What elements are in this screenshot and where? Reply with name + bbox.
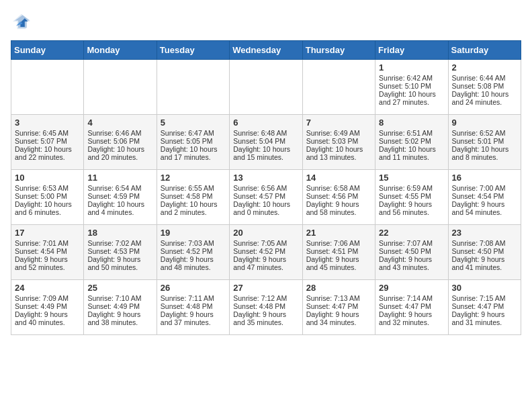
day-info: Sunrise: 6:45 AM [15, 129, 80, 137]
day-number: 18 [87, 228, 152, 238]
day-info: Daylight: 10 hours and 24 minutes. [452, 90, 517, 106]
day-number: 22 [379, 228, 444, 238]
day-number: 25 [87, 283, 152, 293]
page-header [11, 11, 521, 32]
day-info: Sunrise: 6:49 AM [306, 129, 371, 137]
day-info: Sunset: 4:49 PM [15, 302, 80, 310]
calendar-cell: 22Sunrise: 7:07 AMSunset: 4:50 PMDayligh… [375, 225, 448, 280]
day-info: Sunrise: 7:02 AM [87, 239, 152, 247]
day-info: Daylight: 9 hours and 56 minutes. [379, 200, 444, 216]
day-info: Sunrise: 7:05 AM [233, 239, 298, 247]
day-info: Daylight: 10 hours and 27 minutes. [379, 90, 444, 106]
calendar-cell [230, 60, 302, 115]
day-number: 8 [379, 118, 444, 128]
day-info: Sunset: 4:50 PM [452, 247, 517, 255]
day-info: Sunset: 4:52 PM [233, 247, 298, 255]
day-number: 30 [452, 283, 517, 293]
day-info: Sunset: 4:57 PM [233, 192, 298, 200]
day-info: Sunset: 5:06 PM [87, 137, 152, 145]
day-info: Daylight: 10 hours and 20 minutes. [87, 145, 152, 161]
col-header-wednesday: Wednesday [230, 41, 302, 60]
day-info: Sunrise: 6:58 AM [306, 184, 371, 192]
day-number: 3 [15, 118, 80, 128]
day-info: Daylight: 9 hours and 48 minutes. [161, 255, 226, 271]
day-info: Daylight: 9 hours and 41 minutes. [452, 255, 517, 271]
day-info: Sunset: 4:58 PM [161, 192, 226, 200]
day-info: Sunrise: 7:03 AM [161, 239, 226, 247]
day-info: Sunrise: 6:56 AM [233, 184, 298, 192]
day-info: Daylight: 9 hours and 34 minutes. [306, 310, 371, 326]
col-header-monday: Monday [84, 41, 157, 60]
calendar-cell: 14Sunrise: 6:58 AMSunset: 4:56 PMDayligh… [302, 170, 375, 225]
day-info: Sunrise: 6:48 AM [233, 129, 298, 137]
day-info: Sunrise: 7:08 AM [452, 239, 517, 247]
calendar-cell [157, 60, 229, 115]
day-number: 29 [379, 283, 444, 293]
calendar-cell: 3Sunrise: 6:45 AMSunset: 5:07 PMDaylight… [11, 115, 84, 170]
day-number: 14 [306, 173, 371, 183]
day-info: Daylight: 9 hours and 54 minutes. [452, 200, 517, 216]
calendar-cell: 23Sunrise: 7:08 AMSunset: 4:50 PMDayligh… [448, 225, 521, 280]
calendar-cell: 24Sunrise: 7:09 AMSunset: 4:49 PMDayligh… [11, 280, 84, 335]
calendar-cell: 6Sunrise: 6:48 AMSunset: 5:04 PMDaylight… [230, 115, 302, 170]
day-info: Sunset: 5:07 PM [15, 137, 80, 145]
day-info: Daylight: 9 hours and 31 minutes. [452, 310, 517, 326]
day-info: Sunset: 4:51 PM [306, 247, 371, 255]
calendar-cell: 28Sunrise: 7:13 AMSunset: 4:47 PMDayligh… [302, 280, 375, 335]
logo [11, 11, 35, 32]
calendar-cell: 12Sunrise: 6:55 AMSunset: 4:58 PMDayligh… [157, 170, 229, 225]
day-info: Sunset: 5:02 PM [379, 137, 444, 145]
day-info: Daylight: 10 hours and 11 minutes. [379, 145, 444, 161]
col-header-friday: Friday [375, 41, 448, 60]
day-number: 19 [161, 228, 226, 238]
day-number: 1 [379, 62, 444, 73]
calendar-cell: 29Sunrise: 7:14 AMSunset: 4:47 PMDayligh… [375, 280, 448, 335]
day-info: Daylight: 10 hours and 4 minutes. [87, 200, 152, 216]
day-info: Sunset: 4:54 PM [15, 247, 80, 255]
day-number: 12 [161, 173, 226, 183]
day-info: Sunset: 4:48 PM [161, 302, 226, 310]
day-info: Sunset: 5:00 PM [15, 192, 80, 200]
calendar-cell: 15Sunrise: 6:59 AMSunset: 4:55 PMDayligh… [375, 170, 448, 225]
calendar-cell: 18Sunrise: 7:02 AMSunset: 4:53 PMDayligh… [84, 225, 157, 280]
day-info: Daylight: 9 hours and 50 minutes. [87, 255, 152, 271]
day-number: 21 [306, 228, 371, 238]
day-info: Sunrise: 6:46 AM [87, 129, 152, 137]
day-info: Sunset: 4:55 PM [379, 192, 444, 200]
day-info: Sunset: 5:08 PM [452, 82, 517, 90]
calendar-cell: 26Sunrise: 7:11 AMSunset: 4:48 PMDayligh… [157, 280, 229, 335]
day-info: Sunset: 5:05 PM [161, 137, 226, 145]
day-info: Daylight: 9 hours and 52 minutes. [15, 255, 80, 271]
col-header-tuesday: Tuesday [157, 41, 229, 60]
day-info: Sunrise: 6:53 AM [15, 184, 80, 192]
day-number: 4 [87, 118, 152, 128]
calendar-cell: 4Sunrise: 6:46 AMSunset: 5:06 PMDaylight… [84, 115, 157, 170]
day-number: 20 [233, 228, 298, 238]
col-header-sunday: Sunday [11, 41, 84, 60]
logo-icon [11, 11, 32, 32]
day-info: Sunrise: 7:14 AM [379, 294, 444, 302]
calendar-table: SundayMondayTuesdayWednesdayThursdayFrid… [11, 40, 521, 335]
day-number: 17 [15, 228, 80, 238]
day-number: 11 [87, 173, 152, 183]
day-info: Sunset: 4:54 PM [452, 192, 517, 200]
day-number: 6 [233, 118, 298, 128]
day-info: Sunset: 4:47 PM [306, 302, 371, 310]
day-info: Sunset: 4:47 PM [452, 302, 517, 310]
day-info: Sunrise: 7:01 AM [15, 239, 80, 247]
day-number: 23 [452, 228, 517, 238]
calendar-cell [84, 60, 157, 115]
calendar-cell: 30Sunrise: 7:15 AMSunset: 4:47 PMDayligh… [448, 280, 521, 335]
day-info: Sunset: 4:53 PM [87, 247, 152, 255]
day-number: 7 [306, 118, 371, 128]
day-info: Sunrise: 6:55 AM [161, 184, 226, 192]
calendar-cell: 2Sunrise: 6:44 AMSunset: 5:08 PMDaylight… [448, 60, 521, 115]
day-info: Sunrise: 6:54 AM [87, 184, 152, 192]
day-number: 24 [15, 283, 80, 293]
day-info: Daylight: 9 hours and 35 minutes. [233, 310, 298, 326]
day-info: Sunrise: 7:09 AM [15, 294, 80, 302]
calendar-cell: 7Sunrise: 6:49 AMSunset: 5:03 PMDaylight… [302, 115, 375, 170]
day-number: 26 [161, 283, 226, 293]
day-info: Sunset: 5:01 PM [452, 137, 517, 145]
day-info: Daylight: 10 hours and 2 minutes. [161, 200, 226, 216]
